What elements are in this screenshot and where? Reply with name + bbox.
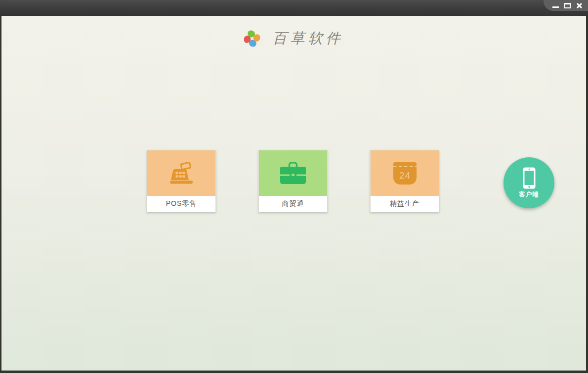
maximize-button[interactable] bbox=[564, 2, 571, 9]
pinwheel-icon bbox=[244, 30, 260, 47]
maximize-icon bbox=[564, 3, 571, 8]
smartphone-icon bbox=[523, 167, 536, 189]
calendar-day-label: 24 bbox=[399, 170, 410, 181]
product-card-trade[interactable]: 商贸通 bbox=[258, 150, 328, 212]
close-button[interactable] bbox=[576, 2, 583, 9]
calendar-icon: 24 bbox=[393, 162, 417, 185]
cash-register-icon bbox=[169, 162, 193, 185]
app-window: 百草软件 bbox=[0, 0, 588, 373]
pos-tile bbox=[147, 150, 215, 196]
product-card-pos-retail[interactable]: POS零售 bbox=[147, 150, 216, 212]
brand-header: 百草软件 bbox=[1, 28, 586, 49]
app-title: 百草软件 bbox=[273, 29, 344, 48]
product-label: POS零售 bbox=[147, 196, 215, 212]
titlebar[interactable] bbox=[0, 0, 588, 16]
minimize-icon bbox=[552, 6, 559, 8]
main-area: 百草软件 bbox=[1, 16, 586, 371]
trade-tile bbox=[259, 150, 327, 196]
close-icon bbox=[576, 2, 583, 9]
client-button-label: 客户端 bbox=[519, 190, 539, 199]
briefcase-icon bbox=[280, 162, 306, 185]
window-controls bbox=[544, 0, 588, 11]
product-card-lean-production[interactable]: 24 精益生产 bbox=[370, 150, 439, 212]
minimize-button[interactable] bbox=[552, 2, 559, 9]
product-label: 精益生产 bbox=[371, 196, 439, 212]
product-label: 商贸通 bbox=[259, 196, 327, 212]
client-button[interactable]: 客户端 bbox=[504, 157, 554, 208]
lean-tile: 24 bbox=[371, 150, 439, 196]
